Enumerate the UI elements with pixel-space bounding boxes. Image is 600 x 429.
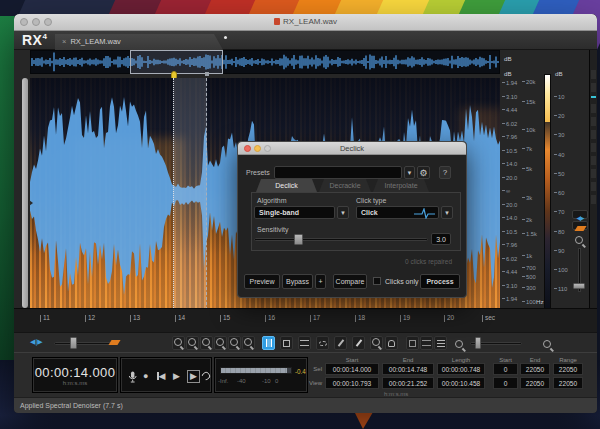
add-preview-button[interactable]: +	[315, 274, 326, 289]
legend-tick: 50	[554, 172, 564, 178]
waveform-blend-button[interactable]: ◀|▶	[572, 210, 588, 219]
preset-dropdown-button[interactable]: ▼	[404, 166, 415, 179]
microphone-icon[interactable]	[128, 371, 137, 383]
module-button[interactable]	[591, 70, 596, 79]
sel-length-field[interactable]: 00:00:00.748	[437, 363, 485, 375]
loop-button[interactable]	[200, 370, 211, 381]
freq-view-start-field[interactable]: 0	[493, 377, 518, 389]
view-end-field[interactable]: 00:00:21.252	[382, 377, 434, 389]
record-button[interactable]: ●	[143, 372, 148, 381]
algorithm-dropdown-button[interactable]: ▼	[337, 206, 349, 219]
zoom-tool[interactable]	[370, 336, 383, 350]
play-button[interactable]: ▶	[173, 372, 180, 381]
window-titlebar: RX_LEAM.wav	[14, 14, 597, 31]
tab-interpolate[interactable]: Interpolate	[373, 179, 429, 192]
view-length-field[interactable]: 00:00:10.458	[437, 377, 485, 389]
sel-start-field[interactable]: 00:00:14.000	[325, 363, 379, 375]
spectrogram-view-icon[interactable]	[108, 340, 120, 345]
time-selection-region[interactable]	[173, 78, 207, 310]
module-button[interactable]	[591, 104, 596, 113]
freq-tick: 10k	[522, 128, 535, 134]
preset-settings-button[interactable]: ⚙	[417, 166, 430, 179]
time-selection-tool[interactable]	[262, 336, 275, 350]
zoom-fit-button[interactable]	[214, 336, 227, 350]
layers-button[interactable]	[434, 336, 447, 350]
preset-select[interactable]	[274, 166, 402, 179]
zoom-selection-button[interactable]	[200, 336, 213, 350]
frequency-selection-tool[interactable]	[298, 336, 311, 350]
compare-button[interactable]: Compare	[333, 274, 367, 289]
zoom-in-vertical-icon[interactable]	[574, 235, 586, 247]
magic-wand-tool[interactable]	[352, 336, 365, 350]
compare-view-button[interactable]	[420, 336, 433, 350]
vertical-zoom-slider-handle[interactable]	[573, 283, 585, 289]
zoom-time-out-button[interactable]	[186, 336, 199, 350]
overview-view-region[interactable]	[130, 50, 223, 74]
instant-process-button[interactable]	[406, 336, 419, 350]
click-type-select[interactable]: Click	[356, 206, 439, 219]
view-start-field[interactable]: 00:00:10.793	[325, 377, 379, 389]
module-button[interactable]	[591, 130, 596, 139]
waveform-view-icon[interactable]: ◀|▶	[30, 338, 43, 346]
blend-slider[interactable]	[54, 342, 112, 345]
tab-indicator-dot	[224, 36, 227, 39]
module-button[interactable]	[591, 182, 596, 191]
freq-sel-start-field[interactable]: 0	[493, 363, 518, 375]
lasso-tool[interactable]	[316, 336, 329, 350]
module-button[interactable]	[591, 83, 596, 92]
tab-close-icon[interactable]: ×	[62, 37, 66, 46]
document-icon	[274, 18, 280, 25]
zoom-time-in-button[interactable]	[172, 336, 185, 350]
sel-end-field[interactable]: 00:00:14.748	[382, 363, 434, 375]
gear-icon: ⚙	[419, 168, 427, 178]
declick-dialog: Declick Presets ▼ ⚙ ? Declick Decrackle …	[237, 141, 467, 298]
legend-tick: 100	[554, 268, 568, 274]
grab-tool[interactable]	[385, 336, 398, 350]
sensitivity-slider-handle[interactable]	[294, 234, 303, 245]
play-selection-button[interactable]: ▶	[187, 370, 200, 383]
status-message: Applied Spectral Denoiser (7.7 s)	[20, 402, 123, 409]
sensitivity-value-field[interactable]: 3.0	[431, 233, 451, 245]
preview-button[interactable]: Preview	[244, 274, 280, 289]
legend-tick: 20	[554, 114, 564, 120]
sensitivity-slider[interactable]	[254, 238, 428, 241]
zoom-slider-out-icon[interactable]	[454, 339, 466, 351]
click-spike-icon	[414, 208, 436, 219]
zoom-slider-in-icon[interactable]	[542, 339, 554, 351]
go-to-start-button[interactable]: ◀	[157, 372, 165, 381]
zoom-out-button[interactable]	[242, 336, 255, 350]
module-button[interactable]	[591, 143, 596, 152]
tab-decrackle[interactable]: Decrackle	[319, 179, 371, 192]
zoom-slider-handle[interactable]	[475, 337, 481, 349]
spectrogram-icon	[574, 226, 586, 231]
click-type-dropdown-button[interactable]: ▼	[441, 206, 453, 219]
module-button[interactable]	[591, 117, 596, 126]
bypass-button[interactable]: Bypass	[282, 274, 313, 289]
brush-tool[interactable]	[334, 336, 347, 350]
legend-tick: 40	[554, 153, 564, 159]
process-button[interactable]: Process	[420, 274, 460, 289]
module-button[interactable]	[591, 156, 596, 165]
time-display: 00:00:14.000 h:m:s.ms	[32, 357, 118, 393]
time-frequency-selection-tool[interactable]	[280, 336, 293, 350]
zoom-in-button[interactable]	[228, 336, 241, 350]
blend-slider-handle[interactable]	[70, 337, 77, 349]
help-button[interactable]: ?	[439, 166, 451, 179]
time-ruler[interactable]: 11 12 13 14 15 16 17 18 19 20 sec	[14, 308, 597, 332]
freq-view-range-field[interactable]: 22050	[553, 377, 583, 389]
waveform-overview[interactable]	[30, 50, 500, 74]
tab-declick[interactable]: Declick	[256, 179, 317, 192]
file-tab[interactable]: ×RX_LEAM.wav	[55, 34, 223, 50]
module-button[interactable]	[591, 169, 596, 178]
spectrogram-blend-button[interactable]	[572, 221, 588, 230]
meter-label: -Inf.	[218, 378, 228, 384]
freq-view-end-field[interactable]: 22050	[520, 377, 550, 389]
freq-sel-end-field[interactable]: 22050	[520, 363, 550, 375]
vertical-scrollbar[interactable]	[22, 78, 28, 308]
magnifier-icon	[187, 337, 198, 349]
ruler-tick: 18	[355, 315, 365, 322]
module-button[interactable]	[591, 195, 596, 204]
freq-sel-range-field[interactable]: 22050	[553, 363, 583, 375]
clicks-only-checkbox[interactable]	[373, 277, 381, 285]
algorithm-select[interactable]: Single-band	[254, 206, 335, 219]
